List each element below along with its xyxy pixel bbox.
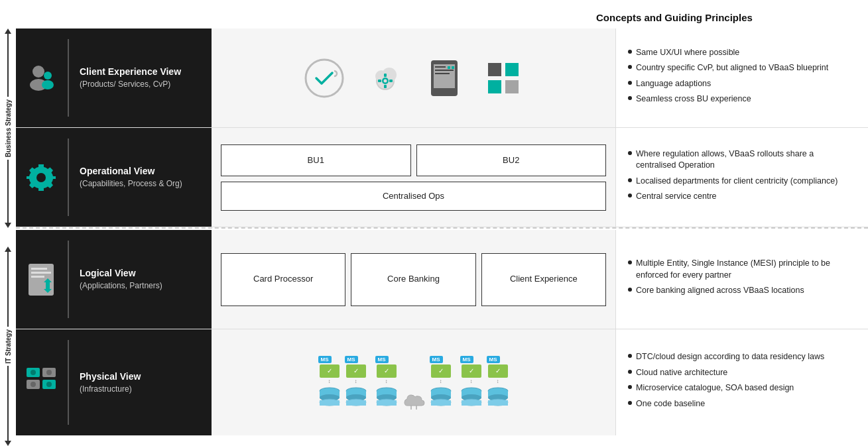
physical-group-1: MS ✓ ↕ bbox=[318, 356, 367, 410]
ms-badge-3b: MS bbox=[487, 356, 500, 363]
mini-server-box-1a: ✓ bbox=[320, 364, 340, 378]
ops-layout: BU1 BU2 Centralised Ops bbox=[221, 144, 606, 211]
label-divider bbox=[68, 340, 69, 425]
svg-rect-9 bbox=[384, 74, 387, 77]
server-stack-2b: MS ✓ ↕ bbox=[430, 356, 452, 410]
row-logical: Logical View (Applications, Partners) Ca… bbox=[16, 230, 868, 329]
db-3a bbox=[460, 386, 483, 410]
client-experience-box: Client Experience bbox=[481, 253, 606, 306]
ms-badge-1b: MS bbox=[345, 356, 358, 363]
main-container: Concepts and Guiding Principles Business… bbox=[0, 0, 868, 446]
svg-rect-20 bbox=[448, 66, 450, 69]
arrows-2a: ↕ bbox=[385, 379, 388, 384]
svg-rect-22 bbox=[488, 63, 501, 76]
grid-area: Client Experience View (Products/ Servic… bbox=[16, 28, 868, 446]
svg-rect-51 bbox=[346, 400, 366, 406]
svg-point-14 bbox=[383, 79, 387, 82]
physical-group-2-inner: MS ✓ ↕ bbox=[375, 356, 452, 410]
row-client-experience: Client Experience View (Products/ Servic… bbox=[16, 28, 868, 128]
it-arrow-up-icon bbox=[5, 247, 11, 252]
label-text-operational: Operational View (Capabilities, Process … bbox=[80, 165, 182, 190]
check-circle-icon bbox=[304, 58, 345, 99]
label-cell-operational: Operational View (Capabilities, Process … bbox=[16, 128, 212, 227]
svg-rect-12 bbox=[389, 80, 393, 82]
header-title: Concepts and Guiding Principles bbox=[596, 12, 848, 23]
bullet-dot bbox=[628, 178, 632, 182]
svg-point-0 bbox=[32, 66, 44, 78]
bullet-0-3: Seamless cross BU experience bbox=[628, 93, 856, 105]
label-text-physical: Physical View (Infrastructure) bbox=[80, 370, 141, 395]
label-subtitle-physical: (Infrastructure) bbox=[80, 384, 141, 395]
svg-point-2 bbox=[44, 72, 52, 80]
bullet-1-1: Localised departments for client centric… bbox=[628, 176, 856, 188]
svg-rect-24 bbox=[488, 80, 501, 93]
svg-rect-67 bbox=[462, 400, 481, 406]
principles-cell-client: Same UX/UI where possible Country specif… bbox=[616, 28, 868, 127]
server-stack-1a: MS ✓ ↕ bbox=[318, 356, 341, 410]
svg-rect-19 bbox=[435, 73, 450, 74]
arrows-1b: ↕ bbox=[355, 379, 357, 384]
svg-rect-72 bbox=[488, 400, 508, 406]
svg-rect-30 bbox=[31, 276, 44, 278]
svg-point-35 bbox=[31, 370, 36, 375]
person-group-icon bbox=[25, 62, 57, 94]
arrows-3b: ↕ bbox=[497, 379, 499, 384]
bullet-3-0: DTC/cloud design according to data resid… bbox=[628, 351, 856, 363]
bullet-dot bbox=[628, 260, 632, 264]
svg-rect-17 bbox=[435, 66, 446, 68]
svg-rect-23 bbox=[505, 63, 519, 76]
server-stack-3b: MS ✓ ↕ bbox=[487, 356, 509, 410]
middle-cell-operational: BU1 BU2 Centralised Ops bbox=[212, 128, 616, 227]
server-stack-2a: MS ✓ ↕ bbox=[375, 356, 398, 410]
bullet-0-2: Language adaptions bbox=[628, 78, 856, 90]
bullet-2-1: Core banking aligned across VBaaS locati… bbox=[628, 285, 856, 297]
svg-rect-18 bbox=[435, 70, 454, 71]
label-title-client: Client Experience View bbox=[80, 66, 181, 78]
business-arrow-down-icon bbox=[5, 223, 11, 228]
bullet-dot bbox=[628, 65, 632, 69]
mini-server-box-2b: ✓ bbox=[431, 364, 451, 378]
label-divider bbox=[68, 39, 69, 117]
logical-layout: Card Processor Core Banking Client Exper… bbox=[221, 253, 606, 306]
label-title-operational: Operational View bbox=[80, 165, 182, 177]
bullet-dot bbox=[628, 194, 632, 197]
svg-rect-28 bbox=[31, 268, 47, 270]
label-subtitle-operational: (Capabilities, Process & Org) bbox=[80, 178, 182, 190]
physical-group-3-inner: MS ✓ ↕ bbox=[460, 356, 509, 410]
business-arrow-line2 bbox=[7, 160, 9, 223]
svg-point-41 bbox=[46, 382, 52, 387]
bullet-1-2: Central service centre bbox=[628, 191, 856, 203]
bullet-dot bbox=[628, 50, 632, 54]
business-strategy-label: Business Strategy bbox=[5, 97, 12, 160]
bullet-dot bbox=[628, 401, 632, 405]
label-title-logical: Logical View bbox=[80, 267, 162, 279]
gear-cloud-icon bbox=[365, 58, 406, 99]
business-arrow-line bbox=[7, 34, 9, 97]
document-icon bbox=[25, 264, 57, 296]
client-icons-row bbox=[221, 58, 606, 99]
middle-cell-client bbox=[212, 28, 616, 127]
svg-rect-21 bbox=[452, 66, 454, 69]
row-physical: Physical View (Infrastructure) MS bbox=[16, 329, 868, 435]
bullet-dot bbox=[628, 354, 632, 358]
label-cell-physical: Physical View (Infrastructure) bbox=[16, 329, 212, 435]
bullet-3-3: One code baseline bbox=[628, 398, 856, 410]
principles-cell-operational: Where regulation allows, VBaaS rollouts … bbox=[616, 128, 868, 227]
svg-rect-29 bbox=[31, 272, 51, 274]
card-processor-box: Card Processor bbox=[221, 253, 345, 306]
cloud-stack bbox=[402, 391, 426, 410]
svg-point-4 bbox=[306, 60, 343, 97]
label-text-client: Client Experience View (Products/ Servic… bbox=[80, 66, 181, 90]
svg-rect-56 bbox=[377, 400, 397, 406]
bullet-dot bbox=[628, 288, 632, 292]
label-divider bbox=[68, 241, 69, 318]
label-subtitle-logical: (Applications, Partners) bbox=[80, 280, 162, 292]
label-cell-client: Client Experience View (Products/ Servic… bbox=[16, 28, 212, 127]
mini-server-box-1b: ✓ bbox=[346, 364, 366, 378]
svg-point-37 bbox=[46, 370, 52, 375]
bullet-0-0: Same UX/UI where possible bbox=[628, 47, 856, 59]
it-strategy-label: IT Strategy bbox=[5, 327, 12, 366]
label-subtitle-client: (Products/ Services, CvP) bbox=[80, 79, 181, 90]
business-strategy-section: Business Strategy bbox=[5, 28, 12, 228]
gear-icon bbox=[25, 162, 57, 194]
